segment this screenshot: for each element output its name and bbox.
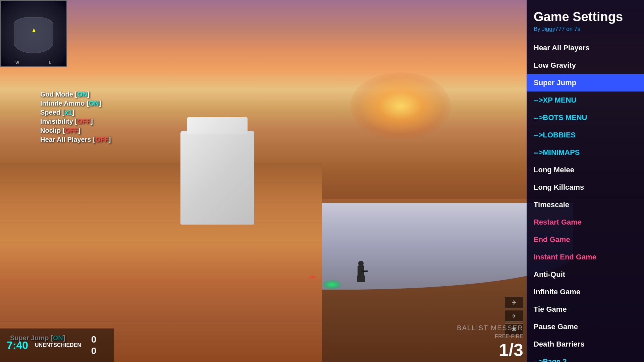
ammo-display: 1/3: [499, 341, 523, 359]
player-character: [354, 255, 368, 282]
weapon-mode: FREE-FIRE: [495, 334, 523, 340]
red-light-effect: [309, 276, 316, 279]
minimap: W N: [0, 0, 67, 67]
player-legs: [357, 276, 365, 282]
menu-item-9[interactable]: Timescale: [527, 196, 644, 214]
menu-item-4[interactable]: -->BOTS MENU: [527, 109, 644, 126]
speed-value: x1: [64, 109, 72, 116]
scoreboard: 7:40 UNENTSCHIEDEN 0 0: [0, 328, 114, 362]
match-timer: 7:40: [7, 339, 28, 352]
menu-item-16[interactable]: Pause Game: [527, 318, 644, 336]
infinite-ammo-status: Infinite Ammo [ON]: [40, 100, 111, 107]
match-label: UNENTSCHIEDEN: [35, 342, 81, 348]
green-light-effect: [322, 280, 342, 290]
menu-item-1[interactable]: Low Gravity: [527, 57, 644, 74]
panel-subtitle: By Jiggy777 on 7s: [527, 26, 644, 39]
score-team2: 0: [91, 345, 97, 357]
menu-item-12[interactable]: Instant End Game: [527, 248, 644, 266]
menu-item-5[interactable]: -->LOBBIES: [527, 126, 644, 144]
menu-item-14[interactable]: Infinite Game: [527, 283, 644, 301]
menu-item-13[interactable]: Anti-Quit: [527, 266, 644, 283]
hud-left: God Mode [ON] Infinite Ammo [ON] Speed […: [40, 90, 111, 145]
menu-item-0[interactable]: Hear All Players: [527, 39, 644, 57]
compass-n: N: [49, 61, 52, 65]
max-ammo: /3: [509, 340, 523, 360]
weapon-icon-2: ✈: [505, 310, 523, 322]
bottom-right-hud: BALLIST MESSER FREE-FIRE 1/3: [419, 322, 527, 362]
menu-item-7[interactable]: Long Melee: [527, 161, 644, 179]
speed-status: Speed [x1]: [40, 109, 111, 116]
god-mode-value: ON: [77, 90, 87, 98]
hear-all-status: Hear All Players [OFF]: [40, 136, 111, 143]
menu-items-list: Hear All PlayersLow GravitySuper Jump-->…: [527, 39, 644, 362]
invisibility-value: OFF: [77, 118, 91, 125]
menu-item-2[interactable]: Super Jump: [527, 74, 644, 92]
current-ammo: 1: [499, 340, 509, 360]
deck-structure: [180, 131, 254, 225]
player-gun: [362, 270, 368, 272]
compass-w: W: [15, 61, 19, 65]
menu-item-17[interactable]: Death Barriers: [527, 336, 644, 353]
score-team1: 0: [91, 334, 97, 345]
god-mode-status: God Mode [ON]: [40, 90, 111, 98]
menu-item-8[interactable]: Long Killcams: [527, 179, 644, 196]
menu-item-11[interactable]: End Game: [527, 231, 644, 248]
minimap-ship: [14, 17, 53, 53]
menu-item-10[interactable]: Restart Game: [527, 214, 644, 231]
invisibility-status: Invisibility [OFF]: [40, 118, 111, 125]
noclip-value: OFF: [65, 127, 78, 134]
settings-panel: Game Settings By Jiggy777 on 7s Hear All…: [527, 0, 644, 362]
minimap-display: W N: [1, 1, 66, 66]
menu-item-15[interactable]: Tie Game: [527, 301, 644, 318]
panel-title: Game Settings: [527, 0, 644, 26]
menu-item-3[interactable]: -->XP MENU: [527, 92, 644, 109]
noclip-status: Noclip [OFF]: [40, 127, 111, 134]
weapon-icon-1: ✈: [505, 297, 523, 308]
compass: W N: [1, 61, 66, 65]
hear-all-value: OFF: [95, 136, 109, 143]
menu-item-18[interactable]: -->Page 2: [527, 353, 644, 362]
menu-item-6[interactable]: -->MINIMAPS: [527, 144, 644, 161]
score-values: 0 0: [91, 334, 97, 356]
infinite-ammo-value: ON: [89, 100, 99, 107]
weapon-name: BALLIST MESSER: [457, 324, 523, 332]
